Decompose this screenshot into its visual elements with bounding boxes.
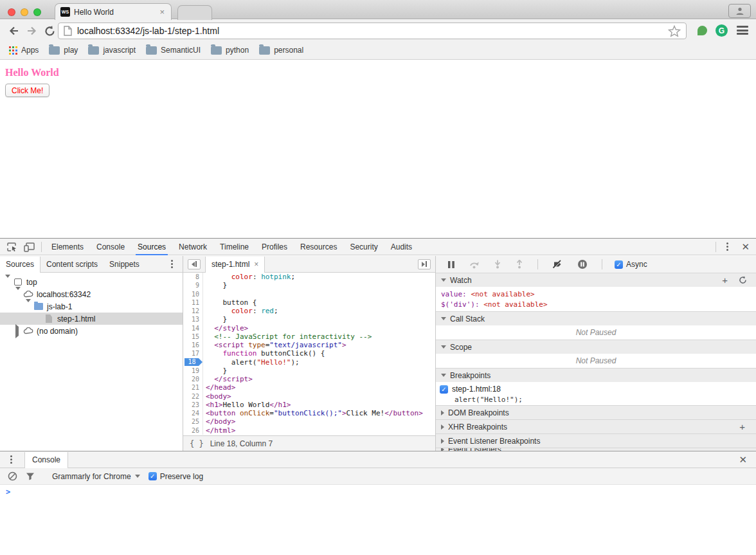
- line-number[interactable]: 10: [183, 290, 203, 298]
- navigator-tab-content-scripts[interactable]: Content scripts: [40, 256, 104, 272]
- code-editor[interactable]: 8 color: hotpink;9 }1011 button {12 colo…: [183, 273, 435, 435]
- devtools-tab-console[interactable]: Console: [90, 239, 131, 255]
- address-bar[interactable]: localhost:63342/js-lab-1/step-1.html: [58, 23, 687, 39]
- watch-item[interactable]: $('div'): <not available>: [441, 300, 756, 310]
- bookmark-folder-personal[interactable]: personal: [256, 46, 311, 55]
- new-tab-button[interactable]: [177, 5, 212, 20]
- step-over-button[interactable]: [466, 256, 483, 273]
- xhr-breakpoints-section-header[interactable]: XHR Breakpoints +: [436, 419, 756, 433]
- code-text[interactable]: </style>: [203, 324, 248, 332]
- code-text[interactable]: <button onClick="buttonClick();">Click M…: [203, 409, 423, 417]
- line-number[interactable]: 24: [183, 409, 203, 417]
- tree-item-top[interactable]: top: [0, 276, 183, 288]
- line-number[interactable]: 15: [183, 332, 203, 341]
- navigator-tab-snippets[interactable]: Snippets: [104, 256, 145, 272]
- code-text[interactable]: }: [203, 281, 227, 289]
- breakpoint-marker[interactable]: 18: [184, 358, 203, 366]
- bookmark-folder-play[interactable]: play: [46, 46, 86, 55]
- code-text[interactable]: </head>: [203, 383, 235, 392]
- line-number[interactable]: 25: [183, 417, 203, 426]
- preserve-log-checkbox[interactable]: ✓: [148, 472, 157, 480]
- code-text[interactable]: }: [203, 367, 227, 375]
- line-number[interactable]: 8: [183, 273, 203, 281]
- code-text[interactable]: color: hotpink;: [203, 273, 295, 281]
- tree-item-js-lab-1[interactable]: js-lab-1: [0, 300, 183, 313]
- pause-script-button[interactable]: [444, 256, 458, 273]
- code-text[interactable]: <body>: [203, 392, 231, 401]
- click-me-button[interactable]: Click Me!: [5, 84, 50, 97]
- preserve-log-toggle[interactable]: ✓ Preserve log: [148, 472, 203, 481]
- call-stack-section-header[interactable]: Call Stack: [436, 311, 756, 325]
- bookmark-folder-semanticui[interactable]: SemanticUI: [143, 46, 208, 55]
- hide-navigator-button[interactable]: [188, 259, 201, 269]
- devtools-tab-audits[interactable]: Audits: [384, 239, 419, 255]
- code-text[interactable]: <script type="text/javascript">: [203, 341, 346, 349]
- code-text[interactable]: alert("Hello!");: [203, 358, 300, 367]
- line-number[interactable]: 18: [183, 358, 203, 367]
- async-toggle[interactable]: ✓ Async: [615, 260, 647, 269]
- breakpoint-checkbox[interactable]: ✓: [440, 385, 448, 394]
- line-number[interactable]: 12: [183, 307, 203, 315]
- deactivate-breakpoints-button[interactable]: [549, 256, 566, 273]
- code-text[interactable]: }: [203, 315, 227, 323]
- editor-tab-close-icon[interactable]: ×: [254, 260, 258, 269]
- devtools-tab-resources[interactable]: Resources: [294, 239, 343, 255]
- line-number[interactable]: 17: [183, 349, 203, 358]
- execution-context-selector[interactable]: Grammarly for Chrome: [52, 472, 140, 481]
- line-number[interactable]: 16: [183, 341, 203, 349]
- code-text[interactable]: <!-- JavaScript for interactivity -->: [203, 332, 372, 341]
- event-listener-breakpoints-section-header[interactable]: Event Listener Breakpoints: [436, 433, 756, 448]
- pause-on-exceptions-button[interactable]: [574, 256, 591, 273]
- line-number[interactable]: 19: [183, 367, 203, 375]
- scope-section-header[interactable]: Scope: [436, 340, 756, 354]
- code-text[interactable]: button {: [203, 298, 256, 307]
- line-number[interactable]: 23: [183, 401, 203, 409]
- async-checkbox[interactable]: ✓: [615, 260, 623, 269]
- devtools-tab-elements[interactable]: Elements: [45, 239, 90, 255]
- devtools-close-button[interactable]: ✕: [735, 241, 756, 253]
- code-text[interactable]: [203, 290, 206, 298]
- drawer-menu-button[interactable]: [6, 455, 15, 464]
- forward-button[interactable]: [24, 24, 39, 38]
- show-debugger-button[interactable]: [418, 259, 431, 269]
- dom-breakpoints-section-header[interactable]: DOM Breakpoints: [436, 405, 756, 419]
- step-into-button[interactable]: [491, 256, 505, 273]
- code-text[interactable]: </script>: [203, 375, 253, 383]
- line-number[interactable]: 26: [183, 426, 203, 435]
- chrome-menu-button[interactable]: [737, 26, 748, 35]
- navigator-tab-sources[interactable]: Sources: [0, 257, 40, 273]
- watch-item[interactable]: value: <not available>: [441, 289, 756, 300]
- tree-item-no-domain[interactable]: (no domain): [0, 325, 183, 337]
- watch-section-header[interactable]: Watch +: [436, 273, 756, 287]
- zoom-window-button[interactable]: [33, 8, 41, 16]
- bookmark-folder-python[interactable]: python: [208, 46, 256, 55]
- add-watch-button[interactable]: +: [720, 276, 730, 285]
- close-window-button[interactable]: [8, 8, 15, 16]
- code-text[interactable]: function buttonClick() {: [203, 349, 325, 358]
- extension-balloon-icon[interactable]: [698, 26, 707, 35]
- line-number[interactable]: 22: [183, 392, 203, 401]
- browser-tab[interactable]: WS Hello World ×: [55, 3, 172, 20]
- bookmark-folder-javascript[interactable]: javascript: [86, 46, 143, 55]
- bookmark-star-icon[interactable]: [668, 25, 681, 37]
- line-number[interactable]: 9: [183, 281, 203, 289]
- line-number[interactable]: 11: [183, 298, 203, 307]
- clear-console-button[interactable]: [8, 471, 17, 481]
- drawer-close-button[interactable]: ✕: [732, 454, 753, 466]
- code-text[interactable]: <h1>Hello World</h1>: [203, 401, 291, 409]
- add-xhr-breakpoint-button[interactable]: +: [737, 423, 747, 432]
- code-text[interactable]: </html>: [203, 426, 235, 435]
- device-toolbar-button[interactable]: [21, 239, 38, 255]
- editor-tab-step-1-html[interactable]: step-1.html ×: [205, 257, 265, 273]
- line-number[interactable]: 13: [183, 315, 203, 323]
- devtools-tab-network[interactable]: Network: [172, 239, 213, 255]
- grammarly-extension-icon[interactable]: G: [716, 24, 728, 37]
- profile-button[interactable]: [728, 4, 751, 18]
- tree-item-step-1-html[interactable]: step-1.html: [0, 313, 183, 325]
- refresh-watch-button[interactable]: [739, 276, 747, 284]
- devtools-tab-sources[interactable]: Sources: [131, 239, 172, 255]
- line-number[interactable]: 20: [183, 375, 203, 383]
- devtools-tab-timeline[interactable]: Timeline: [213, 239, 255, 255]
- apps-shortcut[interactable]: Apps: [6, 46, 46, 55]
- filter-funnel-icon[interactable]: [26, 472, 35, 480]
